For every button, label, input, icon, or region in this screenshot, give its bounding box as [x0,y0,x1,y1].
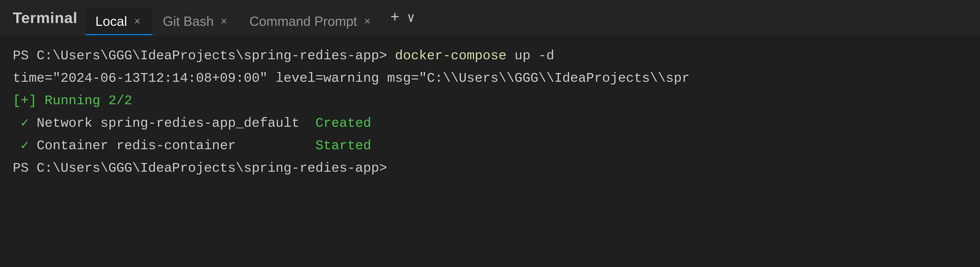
tab-git-bash[interactable]: Git Bash × [153,7,239,35]
tab-command-prompt-label: Command Prompt [249,14,357,29]
cmd-args: up -d [507,46,554,66]
running-text: [+] Running 2/2 [13,91,132,111]
terminal-content: PS C:\Users\GGG\IdeaProjects\spring-redi… [0,36,980,267]
network-checkmark: ✓ [13,114,29,133]
terminal-container: Terminal Local × Git Bash × Command Prom… [0,0,980,267]
tab-dropdown-button[interactable]: ∨ [407,10,415,26]
tab-bar: Terminal Local × Git Bash × Command Prom… [0,0,980,36]
tab-command-prompt[interactable]: Command Prompt × [239,7,383,35]
new-prompt-line: PS C:\Users\GGG\IdeaProjects\spring-redi… [13,158,967,178]
tab-local[interactable]: Local × [85,7,153,35]
tab-command-prompt-close[interactable]: × [362,16,372,26]
tab-local-label: Local [95,14,127,29]
container-checkmark: ✓ [13,136,29,156]
network-line: ✓ Network spring-redies-app_default Crea… [13,114,967,133]
tab-git-bash-label: Git Bash [163,14,213,29]
warning-line: time="2024-06-13T12:14:08+09:00" level=w… [13,69,967,88]
prompt-path-1: PS C:\Users\GGG\IdeaProjects\spring-redi… [13,46,395,66]
warning-text: time="2024-06-13T12:14:08+09:00" level=w… [13,69,690,88]
tab-actions: + ∨ [383,9,422,26]
running-line: [+] Running 2/2 [13,91,967,111]
command-line: PS C:\Users\GGG\IdeaProjects\spring-redi… [13,46,967,66]
terminal-title: Terminal [5,4,85,32]
prompt-path-2: PS C:\Users\GGG\IdeaProjects\spring-redi… [13,158,387,178]
network-status: Created [315,114,371,133]
network-label: Network spring-redies-app_default [29,114,315,133]
container-status: Started [315,136,371,156]
container-label: Container redis-container [29,136,315,156]
add-tab-button[interactable]: + [390,9,399,26]
docker-compose-cmd: docker-compose [395,46,507,66]
container-line: ✓ Container redis-container Started [13,136,967,156]
tab-git-bash-close[interactable]: × [219,16,229,26]
tab-local-close[interactable]: × [132,16,142,26]
